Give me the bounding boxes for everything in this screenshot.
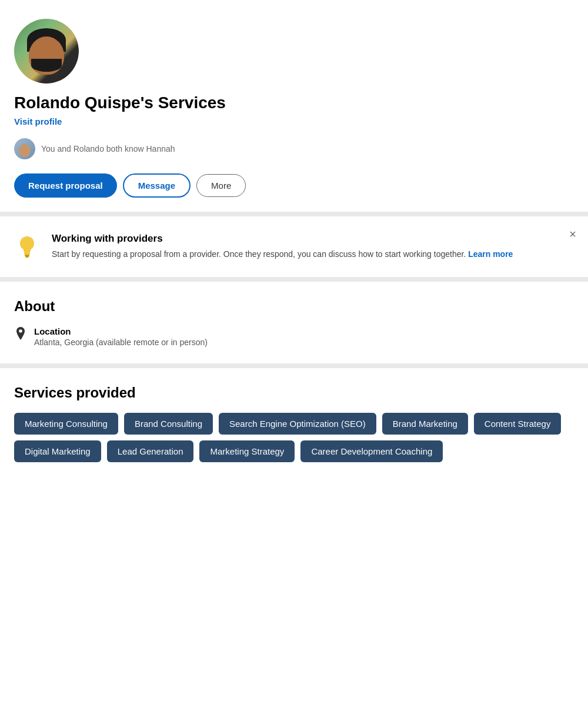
- svg-rect-3: [25, 256, 29, 258]
- mutual-connection: You and Rolando both know Hannah: [14, 138, 574, 159]
- svg-line-5: [31, 238, 32, 239]
- service-tag: Content Strategy: [474, 413, 562, 435]
- avatar-image: [14, 19, 79, 84]
- location-details: Location Atlanta, Georgia (available rem…: [34, 326, 208, 347]
- service-tag: Brand Consulting: [124, 413, 213, 435]
- lightbulb-icon: [14, 233, 40, 259]
- location-icon: [14, 327, 27, 346]
- avatar: [14, 19, 79, 84]
- svg-point-7: [19, 329, 22, 333]
- avatar-beard: [31, 59, 62, 72]
- about-title: About: [14, 298, 574, 315]
- svg-line-6: [22, 238, 24, 239]
- more-button[interactable]: More: [196, 174, 246, 197]
- services-title: Services provided: [14, 385, 574, 401]
- banner-title: Working with providers: [52, 233, 574, 245]
- profile-section: Rolando Quispe's Services Visit profile …: [0, 0, 588, 212]
- service-tag: Digital Marketing: [14, 440, 101, 462]
- action-buttons: Request proposal Message More: [14, 173, 574, 198]
- mutual-connection-text: You and Rolando both know Hannah: [41, 144, 175, 153]
- banner-text: Start by requesting a proposal from a pr…: [52, 248, 574, 261]
- service-tag: Marketing Consulting: [14, 413, 118, 435]
- mutual-avatar-face: [19, 144, 31, 157]
- divider-1: [0, 212, 588, 216]
- banner-description: Start by requesting a proposal from a pr…: [52, 249, 468, 259]
- message-button[interactable]: Message: [123, 173, 191, 198]
- page-title: Rolando Quispe's Services: [14, 93, 574, 113]
- service-tag: Marketing Strategy: [199, 440, 295, 462]
- divider-3: [0, 363, 588, 368]
- service-tag: Brand Marketing: [382, 413, 468, 435]
- mutual-avatar: [14, 138, 35, 159]
- location-value: Atlanta, Georgia (available remote or in…: [34, 338, 208, 347]
- location-row: Location Atlanta, Georgia (available rem…: [14, 326, 574, 347]
- divider-2: [0, 277, 588, 282]
- banner-content: Working with providers Start by requesti…: [52, 233, 574, 261]
- close-banner-button[interactable]: ×: [569, 228, 576, 240]
- visit-profile-link[interactable]: Visit profile: [14, 116, 62, 126]
- location-label: Location: [34, 326, 208, 336]
- info-banner: Working with providers Start by requesti…: [0, 216, 588, 277]
- services-tags: Marketing ConsultingBrand ConsultingSear…: [14, 413, 574, 462]
- services-section: Services provided Marketing ConsultingBr…: [0, 368, 588, 479]
- svg-rect-1: [24, 249, 30, 255]
- service-tag: Search Engine Optimization (SEO): [219, 413, 376, 435]
- about-section: About Location Atlanta, Georgia (availab…: [0, 282, 588, 363]
- service-tag: Career Development Coaching: [300, 440, 443, 462]
- service-tag: Lead Generation: [107, 440, 194, 462]
- learn-more-link[interactable]: Learn more: [468, 249, 513, 259]
- request-proposal-button[interactable]: Request proposal: [14, 173, 117, 198]
- avatar-container: [14, 19, 574, 84]
